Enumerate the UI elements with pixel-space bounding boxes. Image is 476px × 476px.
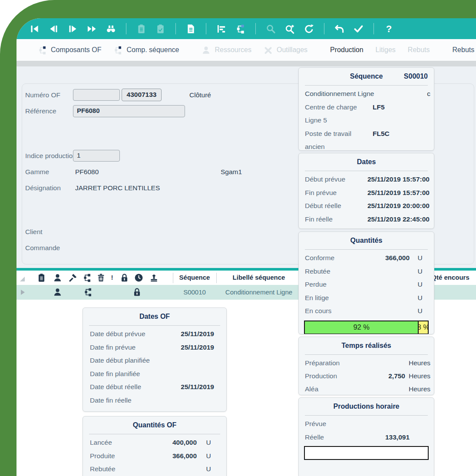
zoom-in-icon[interactable]	[285, 24, 295, 34]
designation-value: JARRET PORC LENTILLES	[75, 184, 160, 192]
app-window: ? Composants OF Comp. séquence Ressource…	[17, 18, 476, 476]
progress-yellow-label: 8 %	[418, 323, 428, 331]
panel-row: Lancée 400,000 U	[83, 436, 226, 450]
qty-unit: U	[410, 281, 430, 288]
go-previous-icon[interactable]	[49, 24, 59, 34]
numero-of-input[interactable]	[73, 89, 120, 101]
help-icon[interactable]: ?	[384, 24, 394, 34]
undo-icon[interactable]	[334, 24, 344, 34]
gantt-chart-icon[interactable]	[216, 24, 226, 34]
prod-horaire-input[interactable]	[304, 446, 429, 460]
reference-label: Référence	[25, 107, 56, 116]
gamme-value: PF6080	[75, 168, 99, 176]
validate-check-icon[interactable]	[354, 24, 364, 34]
sequence-title: Séquence	[350, 73, 383, 80]
temps-label: Production	[305, 372, 388, 380]
progress-green-segment: 92 %	[305, 321, 418, 334]
date-of-value: 25/11/2019	[181, 344, 214, 351]
panel-row: Début prévue 25/11/2019 15:57:00	[299, 173, 434, 186]
panel-row: Conditionnement Ligne c	[299, 87, 434, 101]
tab-rebuts[interactable]: Rebuts	[404, 46, 434, 54]
centre-charge-desc: Ligne 5	[305, 116, 430, 124]
panel-row: Date fin prévue 25/11/2019	[83, 341, 226, 354]
tab-label: Composants OF	[51, 46, 101, 54]
indice-production-input[interactable]: 1	[73, 150, 120, 162]
panel-title: Dates	[299, 153, 434, 169]
tree-view-icon[interactable]	[235, 24, 245, 34]
hammer-icon	[68, 273, 77, 282]
poste-travail-label: Poste de travail	[305, 130, 373, 138]
go-next-icon[interactable]	[68, 24, 78, 34]
date-label: Fin réelle	[305, 215, 367, 223]
sequence-panel: Séquence S00010 Conditionnement Ligne c …	[298, 67, 434, 151]
designation-label: Désignation	[25, 184, 61, 192]
qty-of-unit: U	[197, 465, 220, 473]
person-icon	[202, 46, 211, 55]
dates-of-panel: Dates OF Date début prévue 25/11/2019 Da…	[83, 307, 227, 412]
tree-icon	[83, 288, 93, 297]
row-pointer-icon	[21, 290, 25, 295]
qty-of-unit: U	[197, 452, 220, 460]
paste-icon[interactable]	[136, 24, 146, 34]
column-header-sequence[interactable]: Séquence	[174, 274, 215, 281]
reference-input[interactable]: PF6080	[73, 105, 185, 117]
tab-composants-of[interactable]: Composants OF	[34, 46, 105, 55]
panel-row: Réelle 133,091	[299, 431, 434, 444]
panel-row: En cours U	[299, 304, 434, 318]
panel-separator	[89, 325, 220, 326]
tab-litiges[interactable]: Litiges	[372, 46, 400, 54]
panel-row: Date début planifiée	[83, 354, 226, 367]
panel-title: Dates OF	[83, 308, 226, 323]
document-icon[interactable]	[186, 24, 196, 34]
person-icon	[53, 273, 62, 282]
date-value: 25/11/2019 15:57:00	[367, 175, 430, 183]
tab-outillages[interactable]: Outillages	[260, 46, 311, 55]
grid-corner-sort-icon[interactable]	[20, 277, 25, 281]
go-last-icon[interactable]	[87, 24, 97, 34]
date-label: Fin prévue	[305, 189, 367, 197]
progress-yellow-segment: 8 %	[418, 321, 428, 334]
tab-label: Litiges	[376, 46, 396, 54]
exclamation-icon: !	[109, 273, 115, 282]
date-of-value: 25/11/2019	[181, 383, 214, 391]
tree-icon	[113, 46, 122, 55]
search-icon[interactable]	[266, 24, 276, 34]
date-of-label: Date fin réelle	[90, 397, 214, 404]
panel-row: ancien	[299, 140, 434, 151]
paste-check-icon[interactable]	[155, 24, 165, 34]
prod-horaire-label: Réelle	[305, 433, 385, 441]
panel-row: Production 2,750 Heures	[299, 370, 434, 383]
dates-panel: Dates Début prévue 25/11/2019 15:57:00 F…	[298, 153, 434, 229]
tab-ressources[interactable]: Ressources	[198, 46, 255, 55]
tab-comp-sequence[interactable]: Comp. séquence	[109, 46, 183, 55]
gamme-label: Gamme	[25, 168, 49, 176]
panel-row: En litige U	[299, 291, 434, 305]
date-value: 25/11/2019 20:00:00	[367, 202, 430, 210]
client-label: Client	[25, 228, 43, 236]
tab-rebuts-of[interactable]: Rebuts OF	[449, 46, 476, 54]
panel-separator	[305, 171, 428, 171]
column-header-libelle[interactable]: Libellé séquence	[218, 274, 300, 281]
svg-text:!: !	[111, 274, 113, 281]
date-of-label: Date début planifiée	[90, 357, 214, 364]
panel-row: Aléa Heures	[299, 383, 434, 395]
sgam-value: Sgam1	[221, 168, 242, 176]
toolbar-divider	[175, 23, 176, 34]
go-first-icon[interactable]	[30, 24, 40, 34]
panel-row: Rebutée U	[299, 265, 434, 278]
svg-text:?: ?	[386, 24, 392, 34]
centre-charge-value: LF5	[373, 103, 385, 111]
temps-value: 2,750	[388, 372, 405, 380]
qty-of-unit: U	[197, 439, 220, 446]
panel-row: Conforme 366,000 U	[299, 251, 434, 265]
clock-icon	[134, 273, 143, 282]
qty-of-label: Lancée	[90, 439, 172, 446]
tab-production[interactable]: Production	[326, 46, 367, 54]
centre-charge-label: Centre de charge	[305, 103, 373, 111]
poste-travail-value: FL5C	[373, 130, 390, 138]
refresh-icon[interactable]	[304, 24, 314, 34]
qty-of-label: Produite	[90, 452, 172, 460]
tab-label: Rebuts OF	[453, 46, 476, 54]
qty-label: En cours	[305, 307, 410, 315]
binoculars-search-icon[interactable]	[106, 24, 116, 34]
